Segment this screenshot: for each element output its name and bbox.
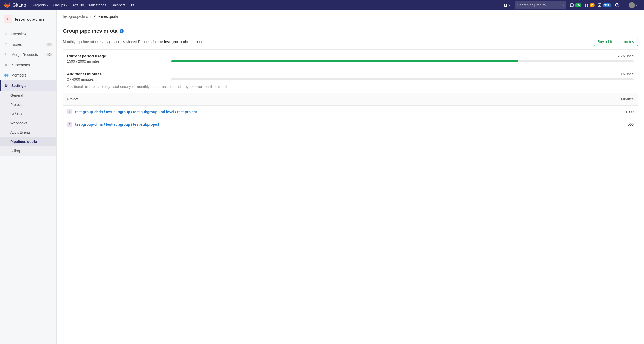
top-navbar: GitLab Projects▾ Groups▾ Activity Milest… [0,0,644,10]
nav-projects[interactable]: Projects▾ [30,0,51,10]
additional-minutes-percent: 0% used [620,72,634,76]
additional-minutes-progress [171,78,634,80]
project-minutes: 500 [562,118,638,131]
subnav-cicd[interactable]: CI / CD [0,109,56,119]
sidebar: T test-group-chris ⌂Overview ◻Issues0 ⑂M… [0,10,57,344]
svg-rect-2 [570,4,573,7]
chevron-down-icon: ▾ [620,4,622,7]
additional-minutes-note: Additional minutes are only used once yo… [67,85,634,89]
current-usage-minutes: 1500 / 2000 minutes [67,59,165,63]
nav-projects-label: Projects [33,3,46,7]
chevron-right-icon: › [90,14,91,19]
home-icon: ⌂ [4,32,8,36]
subnav-billing[interactable]: Billing [0,146,56,156]
mrs-count: 0 [46,53,52,56]
group-avatar: T [4,15,12,23]
buy-minutes-button[interactable]: Buy additional minutes [594,38,638,46]
subtitle-prefix: Monthly pipeline minutes usage across sh… [63,40,164,44]
sidebar-item-settings[interactable]: ⚙Settings [0,80,56,91]
help-icon[interactable]: ? [120,29,124,33]
group-name: test-group-chris [15,17,45,21]
help-icon: ? [615,3,619,7]
subnav-projects[interactable]: Projects [0,100,56,109]
user-avatar [629,2,635,8]
additional-minutes-title: Additional minutes [67,72,102,76]
chevron-down-icon: ▾ [66,4,67,7]
page-title: Group pipelines quota ? [63,28,638,34]
subnav-general[interactable]: General [0,91,56,100]
chevron-down-icon: ▾ [636,4,637,7]
current-usage-progress [171,60,634,62]
sidebar-item-label: Members [11,73,26,77]
sidebar-item-overview[interactable]: ⌂Overview [0,29,56,39]
issues-icon [570,3,574,7]
project-minutes: 1000 [562,106,638,118]
subtitle-group: test-group-chris [164,40,191,44]
nav-performance[interactable] [128,0,137,10]
breadcrumb-group[interactable]: test-group-chris [63,14,88,19]
gitlab-logo[interactable]: GitLab [4,2,26,8]
merge-request-icon [584,3,589,7]
page-subtitle: Monthly pipeline minutes usage across sh… [63,40,202,44]
gauge-icon [131,3,135,7]
mrs-badge: 2 [590,3,595,7]
merge-request-icon: ⑂ [4,53,8,57]
page-title-text: Group pipelines quota [63,28,117,34]
svg-point-3 [585,4,586,5]
nav-user-menu[interactable]: ▾ [624,0,640,10]
nav-milestones[interactable]: Milestones [87,0,109,10]
sidebar-item-label: Issues [11,42,22,46]
search-input[interactable] [517,3,562,7]
search-icon [562,3,564,7]
sidebar-item-kubernetes[interactable]: ⎈Kubernetes [0,60,56,70]
nav-plus[interactable]: ▾ [501,0,513,10]
project-link[interactable]: test-group-chris / test-subgroup / test-… [75,110,197,114]
project-avatar: T [67,122,72,127]
nav-mrs-counter[interactable]: 2 [584,3,595,7]
current-usage-title: Current period usage [67,54,106,58]
sidebar-item-issues[interactable]: ◻Issues0 [0,39,56,49]
col-project: Project [63,93,562,106]
subnav-webhooks[interactable]: Webhooks [0,119,56,128]
additional-minutes-block: Additional minutes 0% used 0 / 4000 minu… [63,68,638,93]
gear-icon: ⚙ [4,83,8,88]
current-usage-block: Current period usage 75% used 1500 / 200… [63,50,638,68]
subnav-pipelines-quota[interactable]: Pipelines quota [0,137,56,146]
table-row: Ttest-group-chris / test-subgroup / test… [63,106,638,118]
svg-point-5 [587,6,588,7]
brand-text: GitLab [12,3,26,8]
breadcrumb-current: Pipelines quota [93,14,118,19]
members-icon: 👥 [4,73,8,77]
nav-snippets[interactable]: Snippets [109,0,128,10]
issues-badge: 25 [575,3,581,7]
main-content: test-group-chris › Pipelines quota Group… [57,10,644,344]
project-link[interactable]: test-group-chris / test-subgroup / test-… [75,122,159,127]
progress-fill [171,60,518,62]
sidebar-item-label: Kubernetes [11,63,30,67]
nav-todos-counter[interactable]: 99+ [598,3,611,7]
table-row: Ttest-group-chris / test-subgroup / test… [63,118,638,131]
search-box[interactable] [515,1,566,9]
plus-icon [504,3,508,7]
nav-issues-counter[interactable]: 25 [570,3,581,7]
sidebar-item-members[interactable]: 👥Members [0,70,56,80]
nav-help[interactable]: ? ▾ [613,0,624,10]
chevron-down-icon: ▾ [509,4,510,7]
sidebar-item-label: Settings [11,83,26,88]
additional-minutes-value: 0 / 4000 minutes [67,77,165,81]
nav-activity[interactable]: Activity [70,0,87,10]
subnav-audit-events[interactable]: Audit Events [0,128,56,137]
sidebar-item-merge-requests[interactable]: ⑂Merge Requests0 [0,49,56,60]
col-minutes: Minutes [562,93,638,106]
settings-subnav: General Projects CI / CD Webhooks Audit … [0,91,56,156]
issues-icon: ◻ [4,42,8,46]
svg-text:?: ? [616,4,618,6]
nav-groups[interactable]: Groups▾ [51,0,70,10]
kubernetes-icon: ⎈ [4,63,8,67]
svg-point-1 [562,5,563,5]
svg-point-4 [585,6,586,7]
sidebar-context[interactable]: T test-group-chris [0,12,56,26]
project-avatar: T [67,109,72,114]
nav-groups-label: Groups [53,3,65,7]
chevron-down-icon: ▾ [47,4,48,7]
